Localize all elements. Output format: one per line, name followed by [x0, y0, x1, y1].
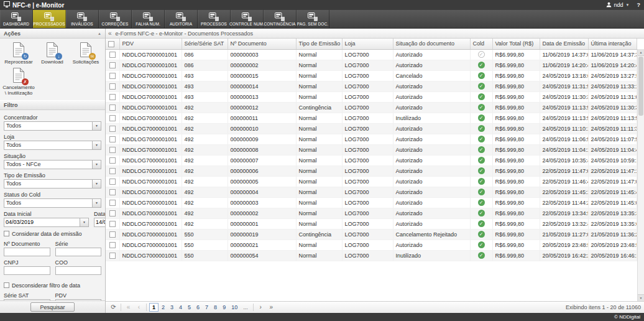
scroll-down-icon[interactable]: ▼	[638, 294, 644, 301]
table-row[interactable]: NDDLOG7000001001550000000054NormalLOG700…	[106, 250, 637, 261]
row-checkbox[interactable]	[109, 157, 116, 164]
action-reprocessar[interactable]: ↻Reprocessar	[2, 42, 35, 65]
column-header-serie-serie-sat[interactable]: Série/Série SAT	[182, 39, 228, 49]
prev-page-button[interactable]: ‹	[134, 303, 144, 312]
table-row[interactable]: NDDLOG7000001001493000000013NormalLOG700…	[106, 91, 637, 102]
row-checkbox[interactable]	[109, 179, 116, 185]
page-button-5[interactable]: 5	[185, 304, 193, 311]
table-row[interactable]: NDDLOG7000001001492000000002NormalLOG700…	[106, 208, 637, 218]
table-row[interactable]: NDDLOG7000001001086000000002NormalLOG700…	[106, 60, 637, 70]
page-button-4[interactable]: 4	[177, 304, 185, 311]
tab-dashboard[interactable]: DASHBOARD	[0, 10, 33, 28]
last-page-button[interactable]: »	[267, 303, 276, 312]
table-row[interactable]: NDDLOG7000001001492000000012Contingência…	[106, 102, 637, 113]
table-row[interactable]: NDDLOG7000001001492000000008NormalLOG700…	[106, 144, 637, 155]
filter-select-concentrador[interactable]: Todos▼	[4, 121, 101, 131]
column-header-cold[interactable]: Cold	[470, 39, 492, 49]
row-checkbox[interactable]	[109, 189, 116, 195]
row-checkbox[interactable]	[109, 83, 116, 90]
table-row[interactable]: NDDLOG7000001001492000000007NormalLOG700…	[106, 155, 637, 165]
tab-pag-sem-doc[interactable]: PAG. SEM DOC.	[297, 10, 329, 28]
consider-emission-checkbox[interactable]	[4, 231, 9, 236]
filter-select-status-do-cold[interactable]: Todos▼	[4, 198, 101, 208]
column-header-loja[interactable]: Loja	[342, 39, 393, 49]
action-download[interactable]: ↓Download	[36, 42, 68, 65]
dropdown-arrow-icon[interactable]: ▼	[92, 180, 101, 188]
row-checkbox[interactable]	[109, 105, 116, 111]
dropdown-arrow-icon[interactable]: ▼	[92, 160, 101, 169]
page-button-9[interactable]: 9	[220, 304, 228, 311]
row-checkbox[interactable]	[109, 126, 116, 132]
doc-number-input[interactable]	[4, 248, 50, 256]
collapse-actions-icon[interactable]: ▲	[98, 32, 101, 35]
help-button[interactable]: ?	[637, 2, 641, 8]
table-row[interactable]: NDDLOG7000001001492000000004NormalLOG700…	[106, 187, 637, 197]
page-button-8[interactable]: 8	[211, 304, 219, 311]
column-header-situacao-do-documento[interactable]: Situação do documento	[393, 39, 470, 49]
dropdown-arrow-icon[interactable]: ▼	[92, 199, 101, 207]
row-checkbox[interactable]	[109, 200, 116, 206]
tab-invalidos[interactable]: INVÁLIDOS	[66, 10, 99, 28]
table-row[interactable]: NDDLOG7000001001493000000015NormalLOG700…	[106, 70, 637, 81]
date-end-input[interactable]	[94, 218, 105, 226]
row-checkbox[interactable]	[109, 168, 116, 174]
column-header-n-documento[interactable]: Nº Documento	[228, 39, 296, 49]
table-row[interactable]: NDDLOG7000001001492000000009NormalLOG700…	[106, 134, 637, 144]
row-checkbox[interactable]	[109, 52, 116, 58]
tab-correcoes[interactable]: CORREÇÕES	[99, 10, 132, 28]
cnpj-input[interactable]	[4, 266, 50, 275]
page-button-10[interactable]: 10	[229, 304, 240, 311]
table-row[interactable]: NDDLOG7000001001493000000014NormalLOG700…	[106, 81, 637, 91]
row-checkbox[interactable]	[109, 115, 116, 121]
tab-auditoria[interactable]: AUDITORIA	[165, 10, 198, 28]
user-menu[interactable]: ndd	[614, 2, 623, 8]
refresh-button[interactable]: ⟳	[109, 303, 118, 312]
row-checkbox[interactable]	[109, 62, 116, 68]
column-header-ultima-interacao[interactable]: Última interação	[588, 39, 637, 49]
filter-select-loja[interactable]: Todos▼	[4, 141, 101, 150]
disregard-date-checkbox[interactable]	[4, 282, 9, 288]
row-checkbox[interactable]	[109, 242, 116, 248]
search-button[interactable]: Pesquisar	[30, 302, 74, 312]
table-row[interactable]: NDDLOG7000001001492000000010NormalLOG700…	[106, 123, 637, 134]
column-header-valor-total-r[interactable]: Valor Total (R$)	[492, 39, 540, 49]
dropdown-arrow-icon[interactable]: ▼	[92, 122, 101, 130]
dropdown-arrow-icon[interactable]: ▼	[92, 141, 101, 149]
tab-processos[interactable]: PROCESSOS	[198, 10, 231, 28]
date-start-dropdown-icon[interactable]: ▼	[80, 218, 88, 226]
scroll-up-icon[interactable]: ▲	[638, 49, 644, 56]
table-row[interactable]: NDDLOG7000001001492000000005NormalLOG700…	[106, 176, 637, 187]
table-row[interactable]: NDDLOG7000001001492000000011NormalLOG700…	[106, 113, 637, 123]
tab-controle-num[interactable]: CONTROLE NUM.	[231, 10, 264, 28]
action-solicitacoes[interactable]: ✉Solicitações	[70, 42, 102, 65]
tab-contingencia[interactable]: CONTINGÊNCIA	[264, 10, 297, 28]
action-cancelamento-inutilizacao[interactable]: ✗Cancelamento \ Inutilização	[2, 67, 35, 96]
page-button-1[interactable]: 1	[149, 303, 159, 312]
column-header-pdv[interactable]: PDV	[119, 39, 182, 49]
date-start-input[interactable]	[4, 218, 80, 226]
row-checkbox[interactable]	[109, 210, 116, 216]
vertical-scrollbar[interactable]: ▲ ▼	[637, 49, 644, 301]
row-checkbox[interactable]	[109, 73, 116, 79]
coo-input[interactable]	[55, 266, 102, 275]
filter-select-situacao[interactable]: Todos - NFCe▼	[4, 160, 101, 169]
first-page-button[interactable]: «	[124, 303, 133, 312]
row-checkbox[interactable]	[109, 221, 116, 227]
table-row[interactable]: NDDLOG7000001001492000000006NormalLOG700…	[106, 165, 637, 176]
select-all-checkbox[interactable]	[108, 41, 114, 47]
column-header-tipo-de-emissao[interactable]: Tipo de Emissão	[296, 39, 342, 49]
serie-input[interactable]	[55, 248, 102, 256]
table-row[interactable]: NDDLOG7000001001550000000021NormalLOG700…	[106, 240, 637, 250]
table-row[interactable]: NDDLOG7000001001492000000001NormalLOG700…	[106, 218, 637, 229]
row-checkbox[interactable]	[109, 147, 116, 153]
table-row[interactable]: NDDLOG7000001001550000000019Contingência…	[106, 229, 637, 240]
page-button-6[interactable]: 6	[194, 304, 202, 311]
next-page-button[interactable]: ›	[256, 303, 265, 312]
page-button-3[interactable]: 3	[168, 304, 176, 311]
scrollbar-thumb[interactable]	[638, 57, 643, 116]
collapse-sidebar-button[interactable]: «	[108, 30, 112, 37]
page-button-7[interactable]: 7	[203, 304, 211, 311]
table-row[interactable]: NDDLOG7000001001492000000003NormalLOG700…	[106, 197, 637, 208]
column-header-data-de-emissao[interactable]: Data de Emissão	[540, 39, 588, 49]
tab-falha-num[interactable]: FALHA NUM.	[132, 10, 165, 28]
